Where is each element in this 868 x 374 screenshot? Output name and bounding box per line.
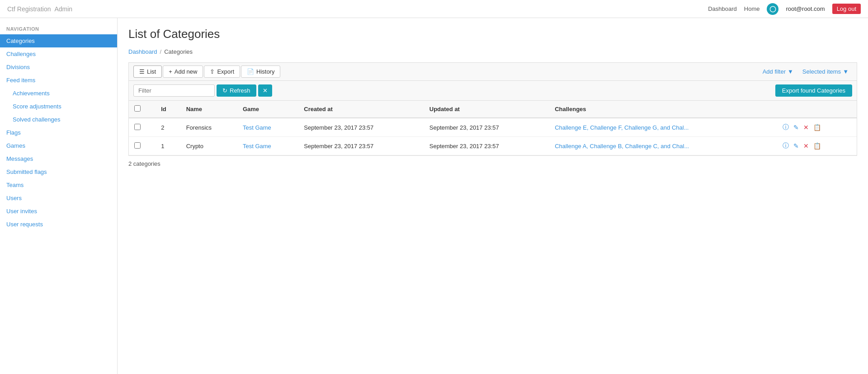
row-created-at: September 23, 2017 23:57	[298, 137, 424, 155]
sidebar-item-users[interactable]: Users	[0, 192, 117, 205]
filter-input[interactable]	[133, 84, 215, 97]
row-name: Forensics	[181, 118, 237, 137]
row-updated-at: September 23, 2017 23:57	[424, 137, 549, 155]
table-body: 2 Forensics Test Game September 23, 2017…	[129, 118, 857, 155]
history-label: History	[256, 68, 274, 75]
row-created-at: September 23, 2017 23:57	[298, 118, 424, 137]
selected-items-label: Selected items	[802, 68, 841, 75]
logout-button[interactable]: Log out	[832, 4, 861, 14]
info-icon[interactable]: ⓘ	[781, 141, 790, 151]
refresh-icon: ↻	[222, 87, 227, 94]
nav-home-link[interactable]: Home	[744, 5, 760, 12]
sidebar-item-divisions[interactable]: Divisions	[0, 61, 117, 74]
navbar: Ctf Registration Admin Dashboard Home ◯ …	[0, 0, 868, 18]
edit-icon[interactable]: ✎	[792, 141, 800, 150]
delete-icon[interactable]: ✕	[802, 123, 810, 132]
sidebar-item-user-requests[interactable]: User requests	[0, 218, 117, 231]
user-avatar-icon: ◯	[767, 3, 778, 15]
breadcrumb-separator: /	[160, 48, 162, 55]
row-actions: ⓘ ✎ ✕ 📋	[781, 141, 851, 151]
add-new-button[interactable]: + Add new	[163, 65, 203, 78]
sidebar-item-teams[interactable]: Teams	[0, 178, 117, 192]
add-filter-label: Add filter	[763, 68, 786, 75]
row-id: 1	[156, 137, 180, 155]
col-name: Name	[181, 101, 237, 118]
page-title: List of Categories	[128, 27, 857, 41]
list-label: List	[147, 68, 156, 75]
select-all-header	[129, 101, 156, 118]
user-email: root@root.com	[786, 5, 825, 12]
row-game: Test Game	[237, 137, 298, 155]
navbar-right: Dashboard Home ◯ root@root.com Log out	[708, 3, 861, 15]
sidebar-item-feed-items[interactable]: Feed items	[0, 74, 117, 87]
row-id: 2	[156, 118, 180, 137]
row-actions: ⓘ ✎ ✕ 📋	[781, 122, 851, 132]
export-icon: ⇧	[210, 68, 215, 75]
add-filter-button[interactable]: Add filter ▼	[759, 66, 797, 77]
sidebar-item-flags[interactable]: Flags	[0, 126, 117, 139]
sidebar-item-challenges[interactable]: Challenges	[0, 47, 117, 61]
sidebar-item-solved-challenges[interactable]: Solved challenges	[0, 113, 117, 126]
sidebar-item-games[interactable]: Games	[0, 139, 117, 152]
row-checkbox-cell	[129, 137, 156, 155]
col-updated-at: Updated at	[424, 101, 549, 118]
col-created-at: Created at	[298, 101, 424, 118]
sidebar-item-messages[interactable]: Messages	[0, 152, 117, 165]
plus-icon: +	[169, 68, 172, 75]
copy-icon[interactable]: 📋	[812, 123, 822, 132]
sidebar-item-score-adjustments[interactable]: Score adjustments	[0, 100, 117, 113]
select-all-checkbox[interactable]	[134, 105, 141, 112]
copy-icon[interactable]: 📋	[812, 141, 822, 150]
row-game-link[interactable]: Test Game	[243, 124, 271, 131]
refresh-label: Refresh	[230, 87, 250, 94]
row-name: Crypto	[181, 137, 237, 155]
layout: NAVIGATION Categories Challenges Divisio…	[0, 18, 868, 374]
breadcrumb-root[interactable]: Dashboard	[128, 48, 157, 55]
brand: Ctf Registration Admin	[7, 5, 72, 13]
info-icon[interactable]: ⓘ	[781, 122, 790, 132]
sidebar-item-achievements[interactable]: Achievements	[0, 87, 117, 100]
history-icon: 📄	[247, 68, 254, 75]
table-row: 1 Crypto Test Game September 23, 2017 23…	[129, 137, 857, 155]
row-challenges: Challenge E, Challenge F, Challenge G, a…	[549, 118, 775, 137]
breadcrumb-current: Categories	[164, 48, 193, 55]
brand-role: Admin	[54, 5, 72, 13]
col-game: Game	[237, 101, 298, 118]
table-row: 2 Forensics Test Game September 23, 2017…	[129, 118, 857, 137]
row-checkbox-cell	[129, 118, 156, 137]
row-game: Test Game	[237, 118, 298, 137]
table-header-row: Id Name Game Created at Updated at Chall…	[129, 101, 857, 118]
selected-items-button[interactable]: Selected items ▼	[799, 66, 852, 77]
row-game-link[interactable]: Test Game	[243, 143, 271, 150]
export-found-categories-button[interactable]: Export found Categories	[775, 84, 852, 97]
sidebar-nav-label: NAVIGATION	[0, 23, 117, 34]
sidebar-item-user-invites[interactable]: User invites	[0, 205, 117, 218]
row-actions-cell: ⓘ ✎ ✕ 📋	[776, 118, 857, 137]
nav-dashboard-link[interactable]: Dashboard	[708, 5, 737, 12]
clear-filter-button[interactable]: ✕	[258, 84, 272, 97]
sidebar-item-categories[interactable]: Categories	[0, 34, 117, 47]
filter-bar-left: ↻ Refresh ✕	[133, 84, 272, 97]
categories-table: Id Name Game Created at Updated at Chall…	[128, 100, 857, 156]
toolbar-left: ☰ List + Add new ⇧ Export 📄 History	[133, 65, 280, 78]
row-select-checkbox[interactable]	[134, 142, 141, 149]
history-button[interactable]: 📄 History	[241, 65, 280, 78]
table: Id Name Game Created at Updated at Chall…	[129, 101, 857, 155]
delete-icon[interactable]: ✕	[802, 141, 810, 150]
edit-icon[interactable]: ✎	[792, 123, 800, 132]
list-button[interactable]: ☰ List	[133, 65, 162, 78]
col-actions	[776, 101, 857, 118]
col-id: Id	[156, 101, 180, 118]
sidebar: NAVIGATION Categories Challenges Divisio…	[0, 18, 118, 374]
row-actions-cell: ⓘ ✎ ✕ 📋	[776, 137, 857, 155]
list-icon: ☰	[139, 68, 145, 75]
toolbar-right: Add filter ▼ Selected items ▼	[759, 66, 852, 77]
count-label: 2 categories	[128, 156, 857, 167]
refresh-button[interactable]: ↻ Refresh	[217, 84, 256, 97]
row-select-checkbox[interactable]	[134, 124, 141, 130]
main-content: List of Categories Dashboard / Categorie…	[118, 18, 868, 374]
chevron-down-icon: ▼	[788, 68, 793, 75]
sidebar-item-submitted-flags[interactable]: Submitted flags	[0, 165, 117, 178]
chevron-down-icon-2: ▼	[843, 68, 849, 75]
export-button[interactable]: ⇧ Export	[204, 65, 240, 78]
